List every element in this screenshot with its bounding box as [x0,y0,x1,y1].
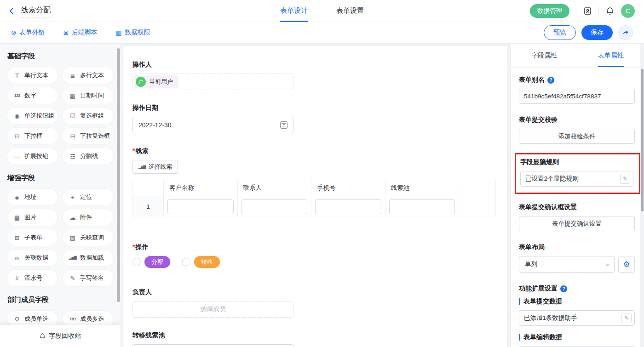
transfer-pool-select[interactable] [132,344,293,347]
form-alias-input[interactable] [519,89,635,104]
body: 基础字段 T单行文本 ≣多行文本 123数字 ▦日期时间 ◉单选按钮组 ☑复选框… [0,44,644,347]
option-transfer[interactable]: 转移 [182,256,220,268]
sidebar-scrollbar[interactable] [117,48,120,302]
visibility-rules-box[interactable]: 已设置2个显隐规则 ✎ [520,171,633,187]
panel-scrollbar-thumb[interactable] [641,69,644,211]
field-serial-number[interactable]: #流水号 [7,270,58,286]
tab-form-properties[interactable]: 表单属性 [578,44,644,67]
field-signature[interactable]: ✎手写签名 [63,270,113,286]
submit-data-label: 表单提交数据 [519,297,635,306]
data-permission-link[interactable]: ▥ 数据权限 [115,28,150,37]
form-external-link[interactable]: ⊘ 表单外链 [11,28,45,37]
select-leads-button[interactable]: ▂▅▇ 选择线索 [132,160,178,174]
operate-date-label: 操作日期 [132,104,498,112]
field-data-load[interactable]: ▂▅▇数据加载 [63,250,113,266]
field-operator[interactable]: 操作人 户 当前用户 [132,61,498,90]
field-select[interactable]: ⊡下拉框 [7,128,58,144]
phone-input[interactable] [315,199,381,214]
field-action[interactable]: *操作 分配 转移 [132,243,498,268]
field-number[interactable]: 123数字 [7,87,58,104]
visibility-rules-label: 字段显隐规则 [520,158,633,166]
extension-settings-label: 功能扩展设置 ? [519,284,635,293]
form-alias-label: 表单别名 ? [519,76,635,84]
user-avatar[interactable]: C [621,4,635,18]
field-address[interactable]: ◈地址 [7,189,58,205]
tab-form-design[interactable]: 表单设计 [280,0,308,22]
divider-icon: ☲ [69,154,77,159]
share-button[interactable] [618,25,633,40]
contact-input[interactable] [242,199,308,214]
field-transfer-pool[interactable]: 转移线索池 [132,331,498,347]
notification-bell-icon[interactable] [605,6,615,16]
tab-field-properties[interactable]: 字段属性 [511,44,578,67]
help-icon[interactable]: ? [560,285,567,292]
subform-icon: ⊞ [13,235,21,241]
sub-toolbar: ⊘ 表单外链 ⊠ 后端脚本 ▥ 数据权限 预览 保存 [0,22,644,44]
add-validation-button[interactable]: 添加校验条件 [519,129,635,144]
toolbar-actions: 预览 保存 [544,25,633,40]
leads-table: 客户名称 联系人 手机号 线索池 1 [132,180,496,217]
form-title[interactable]: 线索分配 [20,5,52,17]
gear-icon: ⚙ [623,260,630,269]
preview-button[interactable]: 预览 [544,25,576,40]
field-recycle-bin[interactable]: ♺ 字段回收站 [0,325,121,347]
script-icon: ⊠ [63,29,69,36]
field-relation-query[interactable]: ▧关联查询 [63,229,113,246]
option-assign[interactable]: 分配 [132,256,170,268]
layout-select[interactable]: 单列 [519,256,615,273]
help-icon[interactable]: ? [547,77,554,84]
field-owner[interactable]: 负责人 选择成员 [132,288,498,318]
field-datetime[interactable]: ▦日期时间 [63,87,113,104]
field-relation-data[interactable]: ∞关联数据 [7,250,58,266]
top-header: 线索分配 表单设计 表单设置 数据管理 [0,0,644,22]
save-button[interactable]: 保存 [581,25,613,40]
date-input[interactable]: 2022-12-30 7 [132,117,293,133]
form-canvas: 操作人 户 当前用户 操作日期 2022-12-30 7 [121,44,511,347]
single-line-text-icon: T [13,73,21,79]
lead-pool-input[interactable] [389,199,455,214]
operator-value-box[interactable]: 户 当前用户 [132,74,293,90]
permission-icon: ▥ [115,29,121,36]
serial-number-icon: # [13,275,21,281]
col-phone: 手机号 [311,180,385,196]
member-single-icon: Ω [13,316,21,322]
back-icon[interactable] [7,7,16,15]
field-single-line-text[interactable]: T单行文本 [7,67,58,84]
data-manage-button[interactable]: 数据管理 [530,4,569,18]
field-subform[interactable]: ⊞子表单 [7,229,58,246]
layout-settings-button[interactable]: ⚙ [618,256,635,273]
divider [576,7,576,15]
toolbar-links: ⊘ 表单外链 ⊠ 后端脚本 ▥ 数据权限 [11,28,150,37]
field-multi-line-text[interactable]: ≣多行文本 [63,67,113,84]
field-radio-group[interactable]: ◉单选按钮组 [7,108,58,124]
backend-script-link[interactable]: ⊠ 后端脚本 [63,28,98,37]
contacts-icon[interactable] [583,6,592,16]
basic-fields-grid: T单行文本 ≣多行文本 123数字 ▦日期时间 ◉单选按钮组 ☑复选框组 ⊡下拉… [7,67,113,165]
edit-icon[interactable]: ✎ [620,174,630,184]
signature-icon: ✎ [69,275,77,281]
edit-icon[interactable]: ✎ [621,313,632,323]
field-extend-button[interactable]: ▭扩展按钮 [7,148,58,165]
radio-icon[interactable] [182,258,190,266]
radio-icon[interactable] [132,258,141,266]
field-location[interactable]: ⌖定位 [63,189,113,205]
tab-form-settings[interactable]: 表单设置 [336,0,364,22]
assign-pill: 分配 [144,256,170,268]
number-icon: 123 [13,94,21,98]
submit-confirm-button[interactable]: 表单提交确认设置 [519,216,635,231]
member-multi-icon: ΩΩ [69,317,77,321]
relation-query-icon: ▧ [69,235,77,241]
properties-panel: 字段属性 表单属性 表单别名 ? 表单提交校验 添加校验条件 字段显隐规则 已设… [511,44,644,347]
enhanced-fields-grid: ◈地址 ⌖定位 ▤图片 ☁附件 ⊞子表单 ▧关联查询 ∞关联数据 ▂▅▇数据加载… [7,189,113,286]
select-member-box[interactable]: 选择成员 [132,301,293,318]
customer-name-input[interactable] [167,199,234,214]
field-attachment[interactable]: ☁附件 [63,209,113,226]
field-leads[interactable]: *线索 ▂▅▇ 选择线索 客户名称 联系人 手机号 线索池 [132,147,498,217]
row-index: 1 [133,196,164,217]
submit-data-box[interactable]: 已添加1条数据助手 ✎ [519,310,635,326]
field-operate-date[interactable]: 操作日期 2022-12-30 7 [132,104,498,133]
field-multi-select[interactable]: ⊟下拉复选框 [63,128,113,144]
field-checkbox-group[interactable]: ☑复选框组 [63,108,113,124]
field-image[interactable]: ▤图片 [7,209,58,226]
field-divider[interactable]: ☲分割线 [63,148,113,165]
